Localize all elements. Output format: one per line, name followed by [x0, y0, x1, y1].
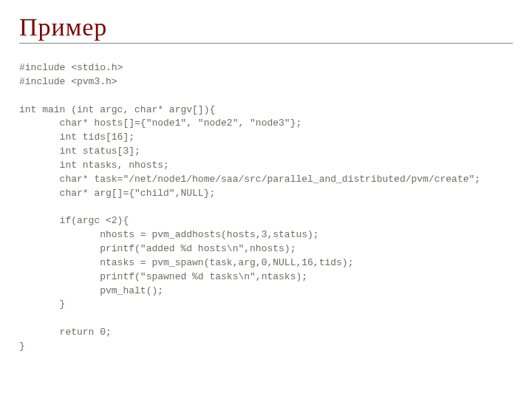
code-block: #include <stdio.h> #include <pvm3.h> int… [19, 61, 513, 354]
slide: Пример #include <stdio.h> #include <pvm3… [0, 0, 532, 399]
slide-title: Пример [19, 13, 513, 41]
title-underline [19, 43, 513, 44]
